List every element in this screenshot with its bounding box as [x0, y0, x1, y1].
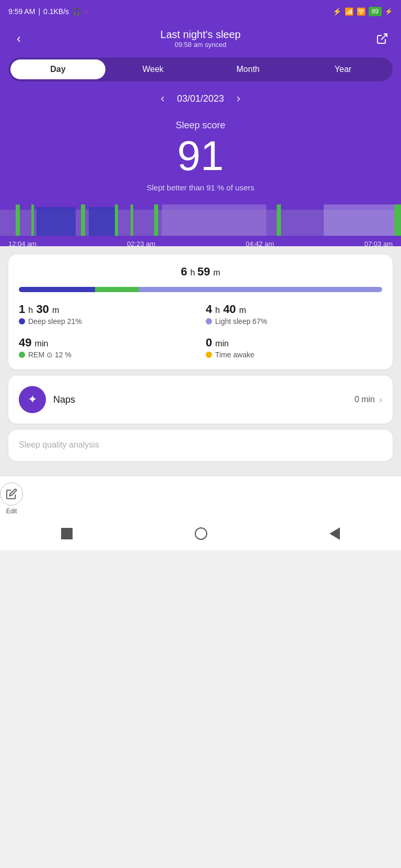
sleep-duration-title: 6 h 59 m	[19, 265, 382, 279]
period-tabs: Day Week Month Year	[8, 57, 393, 81]
status-right: ⚡ 📶 🛜 89 ⚡	[333, 7, 393, 16]
svg-rect-7	[154, 204, 158, 236]
triangle-icon	[329, 527, 340, 540]
light-sleep-value: 4 h 40 m	[206, 303, 382, 316]
awake-value: 0 min	[206, 336, 382, 349]
naps-chevron-icon: ›	[379, 394, 382, 405]
data-speed-value: 0.1KB/s	[43, 7, 69, 16]
tab-day[interactable]: Day	[10, 59, 105, 79]
naps-value: 0 min	[355, 395, 375, 404]
header-area: ‹ Last night's sleep 09:58 am synced Day…	[0, 23, 401, 246]
rem-sleep-stat: 49 min REM ⊙ 12 %	[19, 336, 195, 359]
naps-icon: ✦	[19, 386, 46, 413]
back-nav-button[interactable]	[329, 527, 340, 540]
deep-sleep-stat: 1 h 30 m Deep sleep 21%	[19, 303, 195, 326]
sleep-quality-card: Sleep quality analysis	[8, 430, 393, 461]
headphone-icon: 🎧	[72, 7, 81, 16]
light-sleep-stat: 4 h 40 m Light sleep 67%	[206, 303, 382, 326]
svg-rect-5	[115, 204, 118, 236]
sleep-quality-label: Sleep quality analysis	[19, 440, 99, 449]
recent-apps-button[interactable]	[61, 528, 73, 539]
chart-label-1: 12:04 am	[8, 240, 37, 246]
svg-rect-10	[162, 204, 266, 236]
svg-rect-8	[37, 207, 76, 236]
light-sleep-label: Light sleep 67%	[206, 317, 382, 326]
tab-year[interactable]: Year	[296, 59, 391, 79]
sleep-score-subtitle: Slept better than 91 % of users	[8, 183, 393, 192]
chart-label-2: 02:23 am	[127, 240, 155, 246]
light-sleep-dot	[206, 318, 212, 324]
svg-rect-6	[131, 204, 133, 236]
svg-rect-13	[394, 204, 401, 236]
svg-rect-9	[89, 207, 115, 236]
sleep-chart: 12:04 am 02:23 am 04:42 am 07:03 am	[0, 204, 401, 246]
naps-right: 0 min ›	[355, 394, 382, 405]
wifi-icon: 🛜	[357, 7, 365, 16]
chart-labels: 12:04 am 02:23 am 04:42 am 07:03 am	[0, 238, 401, 246]
tab-week[interactable]: Week	[105, 59, 200, 79]
battery-icon: 89	[369, 7, 382, 16]
awake-stat: 0 min Time awake	[206, 336, 382, 359]
signal-icon: 📶	[345, 7, 353, 16]
naps-label: Naps	[53, 394, 75, 405]
prev-date-button[interactable]: ‹	[161, 92, 164, 105]
chart-label-3: 04:42 am	[246, 240, 274, 246]
deep-sleep-dot	[19, 318, 25, 324]
svg-rect-11	[277, 204, 281, 236]
status-bar: 9:59 AM | 0.1KB/s 🎧 ♪ ⚡ 📶 🛜 89 ⚡	[0, 0, 401, 23]
bottom-edit-nav: Edit	[0, 476, 401, 519]
bluetooth-icon: ⚡	[333, 7, 341, 16]
svg-line-0	[381, 34, 387, 40]
status-left: 9:59 AM | 0.1KB/s 🎧 ♪	[8, 7, 88, 16]
circle-icon	[195, 527, 207, 540]
tab-month[interactable]: Month	[200, 59, 296, 79]
home-button[interactable]	[195, 527, 207, 540]
naps-card-inner: ✦ Naps 0 min ›	[19, 386, 382, 413]
rem-value: 49 min	[19, 336, 195, 349]
back-button[interactable]: ‹	[8, 28, 29, 49]
sleep-duration-card: 6 h 59 m 1 h 30 m Deep sleep 21%	[8, 255, 393, 369]
progress-rem-sleep	[95, 287, 139, 292]
sleep-chart-svg	[0, 204, 401, 236]
battery-bolt: ⚡	[385, 8, 393, 15]
duration-hours: 6	[181, 265, 190, 278]
svg-rect-2	[16, 204, 20, 236]
next-date-button[interactable]: ›	[237, 92, 240, 105]
square-icon	[61, 528, 73, 539]
system-nav-bar	[0, 519, 401, 550]
progress-deep-sleep	[19, 287, 95, 292]
time-display: 9:59 AM	[8, 7, 35, 16]
sleep-score-label: Sleep score	[8, 120, 393, 131]
progress-light-sleep	[139, 287, 382, 292]
deep-sleep-label: Deep sleep 21%	[19, 317, 195, 326]
duration-minutes: 59	[197, 265, 214, 278]
awake-label: Time awake	[206, 351, 382, 359]
rem-dot	[19, 352, 25, 358]
chart-label-4: 07:03 am	[364, 240, 393, 246]
naps-card[interactable]: ✦ Naps 0 min ›	[8, 376, 393, 424]
sleep-score-number: 91	[8, 135, 393, 177]
svg-rect-12	[324, 204, 397, 236]
svg-rect-4	[81, 204, 85, 236]
deep-sleep-value: 1 h 30 m	[19, 303, 195, 316]
edit-icon	[0, 483, 23, 505]
page-title: Last night's sleep	[160, 29, 241, 41]
edit-label: Edit	[6, 508, 17, 515]
sync-status: 09:58 am synced	[160, 41, 241, 49]
sleep-progress-bar	[19, 287, 382, 292]
title-section: Last night's sleep 09:58 am synced	[160, 29, 241, 49]
svg-rect-3	[31, 204, 34, 236]
share-button[interactable]	[372, 28, 393, 49]
top-nav: ‹ Last night's sleep 09:58 am synced	[8, 23, 393, 57]
data-speed: |	[38, 7, 40, 16]
rem-label: REM ⊙ 12 %	[19, 351, 195, 359]
content-area: 6 h 59 m 1 h 30 m Deep sleep 21%	[0, 246, 401, 476]
naps-left: ✦ Naps	[19, 386, 75, 413]
awake-dot	[206, 352, 212, 358]
edit-button[interactable]: Edit	[0, 483, 23, 515]
music-icon: ♪	[84, 7, 88, 16]
sleep-score-section: Sleep score 91 Slept better than 91 % of…	[8, 120, 393, 192]
sleep-stats-grid: 1 h 30 m Deep sleep 21% 4 h 40 m Light s…	[19, 303, 382, 359]
date-navigator: ‹ 03/01/2023 ›	[8, 92, 393, 105]
current-date: 03/01/2023	[177, 93, 224, 104]
